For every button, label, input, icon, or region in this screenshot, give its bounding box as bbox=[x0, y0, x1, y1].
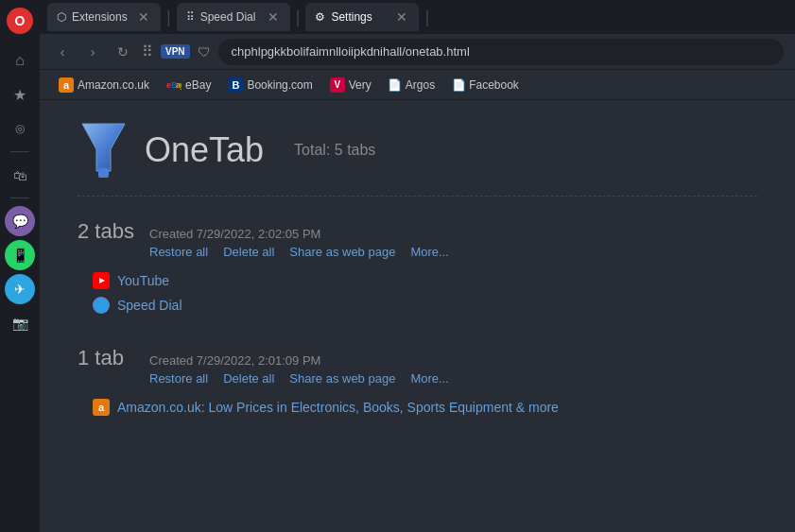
address-bar: ‹ › ↻ ⠿ VPN 🛡 bbox=[40, 34, 795, 70]
onetab-title: OneTab bbox=[145, 130, 264, 170]
telegram-icon[interactable]: ✈ bbox=[5, 274, 35, 304]
bookmark-very-label: Very bbox=[349, 78, 372, 92]
group-2-header: 1 tab Created 7/29/2022, 2:01:09 PM Rest… bbox=[78, 346, 757, 386]
browser-window: ⬡ Extensions ✕ | ⠿ Speed Dial ✕ | ⚙ Sett… bbox=[40, 0, 795, 532]
back-button[interactable]: ‹ bbox=[51, 41, 74, 63]
tab-speed-dial[interactable]: ⠿ Speed Dial ✕ bbox=[177, 3, 290, 31]
sidebar-divider-1 bbox=[10, 151, 29, 152]
youtube-favicon bbox=[93, 272, 110, 289]
group-1-date: Created 7/29/2022, 2:02:05 PM bbox=[149, 227, 449, 241]
home-icon[interactable]: ⌂ bbox=[5, 45, 35, 76]
group-1-more[interactable]: More... bbox=[410, 245, 448, 259]
ebay-favicon: e B a y bbox=[166, 77, 181, 93]
bookmark-facebook[interactable]: 📄 Facebook bbox=[444, 75, 527, 95]
svg-text:y: y bbox=[180, 80, 181, 90]
tab-separator-2: | bbox=[296, 8, 301, 27]
group-2-meta: Created 7/29/2022, 2:01:09 PM Restore al… bbox=[149, 353, 449, 386]
instagram-icon[interactable]: 📷 bbox=[5, 308, 35, 338]
speed-dial-sidebar-icon[interactable]: ★ bbox=[5, 79, 35, 110]
bookmark-ebay-label: eBay bbox=[185, 78, 211, 92]
group-2-tab-list: a Amazon.co.uk: Low Prices in Electronic… bbox=[78, 395, 757, 420]
group-1-meta: Created 7/29/2022, 2:02:05 PM Restore al… bbox=[149, 227, 449, 259]
group-2-date: Created 7/29/2022, 2:01:09 PM bbox=[149, 353, 449, 368]
tab-bar: ⬡ Extensions ✕ | ⠿ Speed Dial ✕ | ⚙ Sett… bbox=[40, 0, 795, 34]
list-item: YouTube bbox=[93, 268, 757, 293]
settings-tab-close[interactable]: ✕ bbox=[394, 9, 409, 25]
list-item: a Amazon.co.uk: Low Prices in Electronic… bbox=[93, 395, 757, 420]
svg-rect-5 bbox=[98, 168, 109, 178]
reload-button[interactable]: ↻ bbox=[112, 41, 134, 63]
bookmark-very[interactable]: V Very bbox=[322, 74, 379, 96]
amazon-link[interactable]: Amazon.co.uk: Low Prices in Electronics,… bbox=[117, 400, 559, 415]
group-1-restore-all[interactable]: Restore all bbox=[149, 245, 208, 259]
group-2-delete-all[interactable]: Delete all bbox=[223, 371, 274, 386]
tab-extensions[interactable]: ⬡ Extensions ✕ bbox=[47, 3, 161, 31]
onetab-total: Total: 5 tabs bbox=[294, 142, 375, 159]
onetab-logo-svg bbox=[78, 119, 130, 180]
group-2-count: 1 tab bbox=[78, 346, 134, 370]
main-content: OneTab Total: 5 tabs 2 tabs Created 7/29… bbox=[40, 100, 795, 532]
opera-logo-button[interactable]: O bbox=[7, 8, 33, 34]
settings-tab-icon: ⚙ bbox=[315, 10, 325, 24]
grid-view-button[interactable]: ⠿ bbox=[142, 43, 153, 60]
very-favicon: V bbox=[330, 77, 345, 93]
youtube-link[interactable]: YouTube bbox=[117, 273, 169, 288]
group-1-count: 2 tabs bbox=[78, 219, 134, 244]
argos-favicon: 📄 bbox=[389, 78, 402, 92]
amazon-tab-favicon: a bbox=[93, 399, 110, 416]
speed-dial-tab-close[interactable]: ✕ bbox=[266, 9, 281, 25]
onetab-header: OneTab Total: 5 tabs bbox=[78, 119, 757, 197]
group-1-share-as-web[interactable]: Share as web page bbox=[289, 245, 395, 259]
group-2-actions: Restore all Delete all Share as web page… bbox=[149, 371, 449, 386]
speeddial-favicon: 🌐 bbox=[93, 297, 110, 314]
bookmarks-bar: a Amazon.co.uk e B a y eBay B Booking.co… bbox=[40, 70, 795, 100]
list-item: 🌐 Speed Dial bbox=[93, 293, 757, 317]
bookmark-ebay[interactable]: e B a y eBay bbox=[159, 74, 218, 96]
bookmark-booking[interactable]: B Booking.com bbox=[220, 74, 320, 96]
bookmark-amazon-label: Amazon.co.uk bbox=[78, 78, 149, 92]
bookmark-booking-label: Booking.com bbox=[247, 78, 312, 92]
tab-settings[interactable]: ⚙ Settings ✕ bbox=[305, 3, 419, 31]
settings-tab-label: Settings bbox=[331, 10, 372, 24]
extensions-tab-label: Extensions bbox=[72, 10, 128, 24]
sidebar: O ⌂ ★ ◎ 🛍 💬 📱 ✈ 📷 bbox=[0, 0, 40, 532]
speed-dial-tab-label: Speed Dial bbox=[200, 10, 256, 24]
svg-marker-6 bbox=[99, 278, 105, 283]
sidebar-divider-2 bbox=[10, 197, 29, 198]
group-2-more[interactable]: More... bbox=[410, 371, 448, 386]
tab-group-1: 2 tabs Created 7/29/2022, 2:02:05 PM Res… bbox=[78, 219, 757, 317]
extensions-tab-close[interactable]: ✕ bbox=[136, 9, 151, 25]
booking-favicon: B bbox=[228, 77, 243, 93]
shopping-icon[interactable]: 🛍 bbox=[5, 160, 35, 190]
group-1-header: 2 tabs Created 7/29/2022, 2:02:05 PM Res… bbox=[78, 219, 757, 259]
messenger-icon[interactable]: 💬 bbox=[5, 206, 35, 236]
facebook-favicon: 📄 bbox=[452, 78, 465, 92]
tab-separator-3: | bbox=[424, 8, 429, 27]
speed-dial-tab-icon: ⠿ bbox=[186, 10, 195, 24]
tab-group-2: 1 tab Created 7/29/2022, 2:01:09 PM Rest… bbox=[78, 346, 757, 420]
whatsapp-icon[interactable]: 📱 bbox=[5, 240, 35, 270]
group-1-tab-list: YouTube 🌐 Speed Dial bbox=[78, 268, 757, 317]
svg-text:e: e bbox=[166, 80, 171, 90]
bookmark-argos-label: Argos bbox=[406, 78, 435, 92]
group-1-delete-all[interactable]: Delete all bbox=[223, 245, 274, 259]
bookmark-facebook-label: Facebook bbox=[469, 78, 519, 92]
bookmark-amazon[interactable]: a Amazon.co.uk bbox=[51, 74, 157, 96]
shield-icon: 🛡 bbox=[198, 44, 211, 60]
vpn-badge[interactable]: VPN bbox=[161, 44, 190, 59]
group-1-actions: Restore all Delete all Share as web page… bbox=[149, 245, 449, 259]
news-icon[interactable]: ◎ bbox=[5, 113, 35, 144]
svg-marker-4 bbox=[82, 124, 125, 171]
group-2-restore-all[interactable]: Restore all bbox=[149, 371, 208, 386]
speeddial-link[interactable]: Speed Dial bbox=[117, 298, 182, 313]
tab-separator-1: | bbox=[166, 8, 171, 27]
group-2-share-as-web[interactable]: Share as web page bbox=[289, 371, 395, 386]
address-input[interactable] bbox=[218, 39, 784, 65]
bookmark-argos[interactable]: 📄 Argos bbox=[381, 75, 442, 95]
amazon-favicon: a bbox=[59, 77, 74, 93]
extensions-tab-icon: ⬡ bbox=[57, 10, 66, 24]
forward-button[interactable]: › bbox=[81, 41, 104, 63]
